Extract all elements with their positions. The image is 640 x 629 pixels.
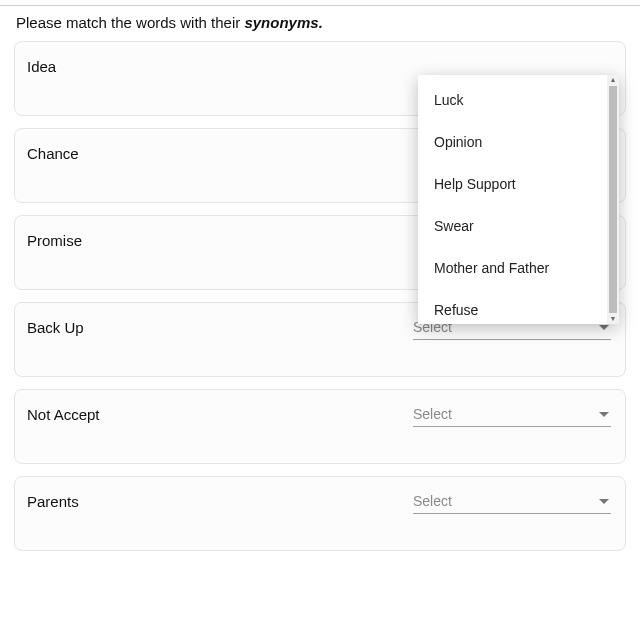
- select-parents[interactable]: Select: [413, 491, 611, 514]
- dropdown-option-help-support[interactable]: Help Support: [418, 163, 607, 205]
- word-label: Promise: [27, 232, 413, 249]
- word-label: Idea: [27, 58, 413, 75]
- dropdown-list: Luck Opinion Help Support Swear Mother a…: [418, 75, 607, 324]
- dropdown-option-opinion[interactable]: Opinion: [418, 121, 607, 163]
- select-placeholder: Select: [413, 493, 599, 509]
- word-label: Parents: [27, 493, 413, 510]
- instruction-text: Please match the words with their synony…: [16, 14, 626, 31]
- scroll-thumb[interactable]: [609, 86, 617, 313]
- question-container: Please match the words with their synony…: [0, 6, 640, 577]
- match-row-notaccept: Not Accept Select: [14, 389, 626, 464]
- instruction-emphasis: synonyms.: [244, 14, 322, 31]
- word-label: Back Up: [27, 319, 413, 336]
- dropdown-option-mother-father[interactable]: Mother and Father: [418, 247, 607, 289]
- dropdown-option-luck[interactable]: Luck: [418, 79, 607, 121]
- select-placeholder: Select: [413, 406, 599, 422]
- chevron-down-icon: [599, 499, 609, 504]
- chevron-down-icon: [599, 325, 609, 330]
- word-label: Chance: [27, 145, 413, 162]
- dropdown-menu: Luck Opinion Help Support Swear Mother a…: [418, 75, 619, 324]
- dropdown-option-swear[interactable]: Swear: [418, 205, 607, 247]
- dropdown-option-refuse[interactable]: Refuse: [418, 289, 607, 320]
- scroll-down-icon: ▼: [607, 314, 619, 324]
- word-label: Not Accept: [27, 406, 413, 423]
- dropdown-scrollbar[interactable]: ▲ ▼: [607, 75, 619, 324]
- match-row-parents: Parents Select: [14, 476, 626, 551]
- instruction-prefix: Please match the words with their: [16, 14, 244, 31]
- chevron-down-icon: [599, 412, 609, 417]
- select-notaccept[interactable]: Select: [413, 404, 611, 427]
- scroll-up-icon: ▲: [607, 75, 619, 85]
